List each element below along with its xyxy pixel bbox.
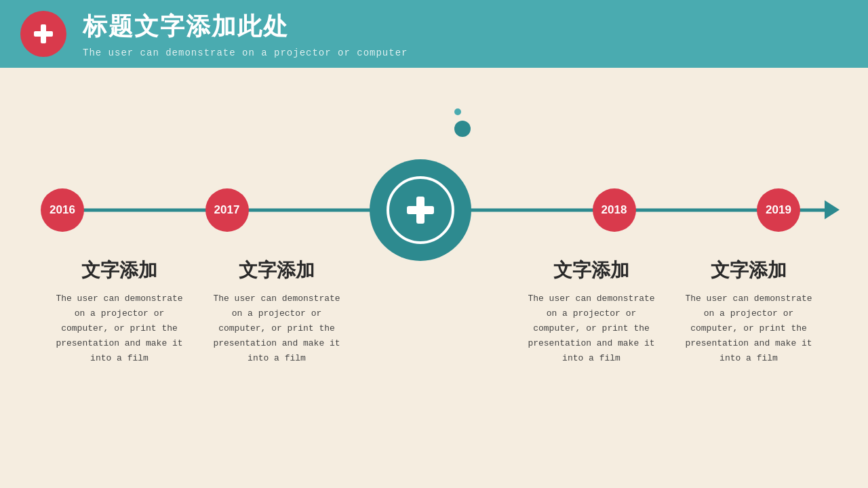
card-1: 文字添加 The user can demonstrate on a proje… bbox=[52, 258, 187, 366]
deco-dot-small bbox=[454, 108, 461, 115]
plus-icon bbox=[31, 22, 56, 46]
card-1-text: The user can demonstrate on a projector … bbox=[52, 291, 187, 366]
year-node-2016: 2016 bbox=[41, 188, 84, 232]
deco-dots-container bbox=[454, 108, 475, 137]
card-2-title: 文字添加 bbox=[239, 258, 315, 283]
year-node-2017: 2017 bbox=[205, 188, 249, 232]
timeline-row: 2016 2017 bbox=[0, 190, 868, 230]
center-node-inner bbox=[387, 176, 454, 244]
header-title: 标题文字添加此处 bbox=[83, 10, 408, 43]
card-2-text: The user can demonstrate on a projector … bbox=[209, 291, 344, 366]
main-content: 2016 2017 bbox=[0, 68, 868, 488]
timeline-nodes: 2016 2017 bbox=[0, 159, 868, 261]
year-node-2019: 2019 bbox=[757, 188, 800, 232]
deco-dot-large bbox=[454, 121, 471, 137]
card-3-title: 文字添加 bbox=[553, 258, 629, 283]
header-text-block: 标题文字添加此处 The user can demonstrate on a p… bbox=[83, 10, 408, 58]
header-subtitle: The user can demonstrate on a projector … bbox=[83, 47, 408, 58]
card-4-title: 文字添加 bbox=[711, 258, 787, 283]
card-3: 文字添加 The user can demonstrate on a proje… bbox=[524, 258, 659, 366]
timeline-wrapper: 2016 2017 bbox=[0, 190, 868, 366]
header: 标题文字添加此处 The user can demonstrate on a p… bbox=[0, 0, 868, 68]
header-logo bbox=[20, 11, 66, 57]
card-2: 文字添加 The user can demonstrate on a proje… bbox=[209, 258, 344, 366]
card-4: 文字添加 The user can demonstrate on a proje… bbox=[681, 258, 816, 366]
center-node bbox=[370, 159, 471, 261]
center-plus-icon bbox=[403, 192, 438, 228]
year-node-2018: 2018 bbox=[593, 188, 636, 232]
svg-rect-3 bbox=[407, 206, 434, 214]
svg-rect-1 bbox=[34, 31, 53, 37]
card-3-text: The user can demonstrate on a projector … bbox=[524, 291, 659, 366]
card-4-text: The user can demonstrate on a projector … bbox=[681, 291, 816, 366]
card-1-title: 文字添加 bbox=[81, 258, 157, 283]
cards-row: 文字添加 The user can demonstrate on a proje… bbox=[0, 258, 868, 366]
